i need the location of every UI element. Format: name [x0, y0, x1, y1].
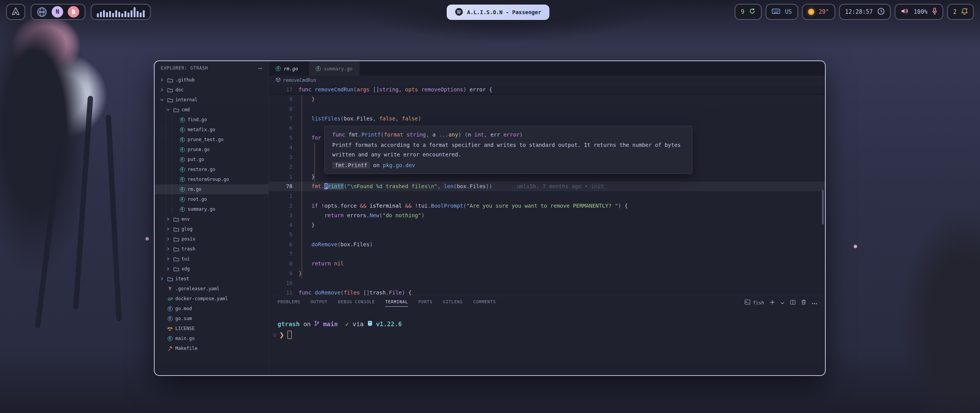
panel-tab-ports[interactable]: PORTS: [418, 299, 433, 307]
tree-item-label: xdg: [181, 266, 190, 272]
tree-item-label: main.go: [175, 336, 195, 341]
go-file-icon: G: [180, 167, 185, 172]
more-actions-icon[interactable]: [812, 300, 817, 306]
volume-widget[interactable]: 100%: [895, 4, 943, 20]
tree-item-go.mod[interactable]: Ggo.mod: [155, 304, 268, 314]
folder-icon: [167, 78, 173, 83]
panel-tab-bar: PROBLEMSOUTPUTDEBUG CONSOLETERMINALPORTS…: [269, 296, 825, 307]
indent-guide: [302, 95, 302, 278]
go-file-icon: G: [276, 66, 281, 71]
chevron-right-icon: [166, 237, 170, 241]
tree-item-go.sum[interactable]: Ggo.sum: [155, 314, 268, 324]
editor-scrollbar[interactable]: [822, 190, 824, 224]
bottom-panel: PROBLEMSOUTPUTDEBUG CONSOLETERMINALPORTS…: [269, 296, 825, 375]
tree-item-docker-compose.yaml[interactable]: docker-compose.yaml: [155, 294, 268, 304]
launcher-button[interactable]: [6, 4, 25, 20]
code-line: 5: [269, 230, 825, 239]
tree-item-env[interactable]: env: [155, 214, 268, 224]
makefile-icon: [167, 346, 173, 351]
refresh-icon: [749, 8, 756, 16]
line-number: 10: [269, 278, 299, 288]
editor-tab-bar: Grm.goGsummary.go: [269, 61, 825, 76]
go-file-icon: G: [180, 117, 185, 122]
split-terminal-icon[interactable]: [790, 300, 795, 306]
folder-icon: [173, 237, 179, 242]
tree-item-trash[interactable]: trash: [155, 244, 268, 254]
go-file-icon: G: [180, 207, 185, 212]
speaker-icon: [901, 8, 909, 16]
tree-item-Makefile[interactable]: Makefile: [155, 343, 268, 353]
tree-item-tui[interactable]: tui: [155, 254, 268, 264]
hover-tooltip: func fmt.Printf(format string, a ...any)…: [324, 126, 693, 174]
line-number: 8: [269, 104, 299, 114]
tree-item-.github[interactable]: .github: [155, 75, 268, 85]
folder-icon: [173, 227, 179, 232]
vscode-window: EXPLORER: GTRASH ⋯ .githubdocinternalcmd…: [154, 60, 826, 376]
panel-tab-output[interactable]: OUTPUT: [310, 299, 328, 307]
volume-level: 100%: [914, 8, 928, 15]
goreleaser-icon: Y: [168, 286, 171, 291]
line-number: 1: [269, 191, 299, 201]
panel-tab-comments[interactable]: COMMENTS: [473, 299, 496, 307]
media-widget[interactable]: A.L.I.S.O.N - Passenger: [447, 5, 549, 20]
code-line: 8: [269, 104, 825, 114]
tab-rm.go[interactable]: Grm.go: [269, 61, 305, 76]
go-file-icon: G: [180, 187, 185, 192]
petal: [145, 237, 149, 241]
chevron-down-icon: [166, 108, 170, 112]
tree-item-glog[interactable]: glog: [155, 224, 268, 234]
folder-icon: [167, 88, 173, 93]
panel-tab-debug-console[interactable]: DEBUG CONSOLE: [338, 299, 375, 307]
tree-item-itest[interactable]: itest: [155, 274, 268, 284]
license-icon: [167, 326, 173, 331]
tab-summary.go[interactable]: Gsummary.go: [309, 61, 359, 76]
go-module-icon: G: [168, 306, 173, 311]
sticky-code-line: 17func removeCmdRun(args []string, opts …: [269, 85, 825, 94]
tree-item-label: metafix.go: [188, 127, 215, 132]
clock-widget[interactable]: 12:28:57: [839, 4, 891, 20]
tree-item-internal[interactable]: internal: [155, 95, 268, 105]
breadcrumb[interactable]: removeCmdRun: [269, 76, 825, 85]
kill-terminal-icon[interactable]: [801, 299, 806, 306]
updates-widget[interactable]: 9: [735, 4, 762, 20]
panel-tab-gitlens[interactable]: GITLENS: [443, 299, 463, 307]
go-file-icon: G: [180, 177, 185, 182]
audio-visualizer[interactable]: [91, 4, 151, 20]
terminal-shell-selector[interactable]: fish: [745, 299, 764, 306]
code-editor[interactable]: 17func removeCmdRun(args []string, opts …: [269, 85, 825, 296]
tree-item-label: glog: [181, 226, 193, 232]
indent-guide: [166, 105, 166, 274]
tree-item-label: trash: [181, 246, 195, 252]
panel-tab-terminal[interactable]: TERMINAL: [385, 299, 408, 307]
browser-icon[interactable]: [37, 7, 47, 17]
weather-widget[interactable]: 29°: [802, 4, 835, 20]
tree-item-.goreleaser.yaml[interactable]: Y.goreleaser.yaml: [155, 284, 268, 294]
pkg-go-dev-link[interactable]: pkg.go.dev: [383, 162, 415, 168]
line-number: 6: [269, 240, 299, 249]
terminal[interactable]: gtrash on main ✓ via v1.22.6 ○ ❯: [269, 319, 825, 340]
prompt-chevron: ❯: [279, 330, 284, 340]
line-number: 8: [269, 259, 299, 268]
tree-item-cmd[interactable]: cmd: [155, 105, 268, 115]
new-terminal-icon[interactable]: [770, 300, 775, 306]
line-number: 6: [269, 124, 299, 133]
notifications-widget[interactable]: 2: [947, 4, 974, 20]
keyboard-layout-widget[interactable]: US: [766, 4, 798, 20]
chevron-right-icon: [160, 277, 164, 281]
explorer-more-actions[interactable]: ⋯: [258, 65, 262, 72]
tree-item-xdg[interactable]: xdg: [155, 264, 268, 274]
sun-icon: [808, 9, 814, 15]
updates-count: 9: [741, 8, 744, 15]
tree-item-LICENSE[interactable]: LICENSE: [155, 324, 268, 333]
panel-tab-problems[interactable]: PROBLEMS: [278, 299, 300, 307]
document-icon[interactable]: [68, 6, 79, 18]
tree-item-doc[interactable]: doc: [155, 85, 268, 95]
code-line: 6 doRemove(box.Files): [269, 240, 825, 249]
line-number: 3: [269, 153, 299, 162]
terminal-dropdown-icon[interactable]: [781, 300, 784, 306]
tree-item-posix[interactable]: posix: [155, 234, 268, 244]
tree-item-label: posix: [181, 236, 195, 242]
notes-icon[interactable]: N: [52, 6, 63, 18]
tree-item-main.go[interactable]: Gmain.go: [155, 333, 268, 343]
terminal-cursor: [287, 331, 292, 339]
